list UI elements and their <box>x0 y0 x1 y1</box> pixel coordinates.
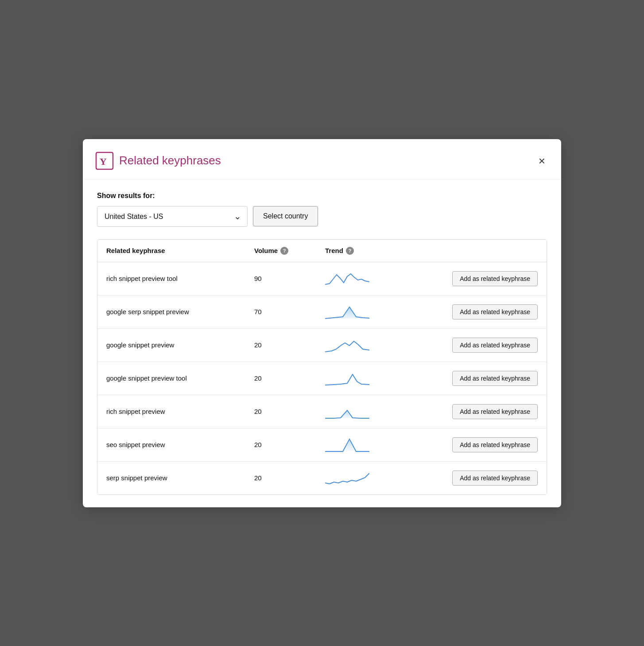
country-select-wrapper: United States - US ⌄ <box>97 206 248 227</box>
svg-marker-4 <box>325 410 369 418</box>
action-cell: Add as related keyphrase <box>431 404 538 419</box>
add-keyphrase-button[interactable]: Add as related keyphrase <box>452 304 538 319</box>
volume-cell: 20 <box>254 341 325 349</box>
table-row: rich snippet preview 20 <box>97 395 547 428</box>
table-row: google snippet preview 20 Add as related… <box>97 329 547 362</box>
keyphrase-cell: serp snippet preview <box>106 474 254 482</box>
action-cell: Add as related keyphrase <box>431 471 538 486</box>
trend-chart <box>325 337 369 354</box>
action-cell: Add as related keyphrase <box>431 437 538 452</box>
close-button[interactable]: × <box>537 153 547 168</box>
table-row: serp snippet preview 20 Add as related k… <box>97 462 547 494</box>
volume-cell: 20 <box>254 441 325 448</box>
modal-title: Related keyphrases <box>119 154 221 167</box>
country-select[interactable]: United States - US <box>97 206 248 227</box>
trend-chart <box>325 436 369 453</box>
trend-cell <box>325 436 431 453</box>
yoast-logo: Y <box>95 152 114 170</box>
related-keyphrases-modal: Y Related keyphrases × Show results for:… <box>83 139 561 507</box>
svg-text:Y: Y <box>100 156 107 167</box>
table-row: rich snippet preview tool 90 A <box>97 262 547 296</box>
table-header: Related keyphrase Volume ? Trend ? <box>97 240 547 262</box>
trend-cell <box>325 403 431 420</box>
action-cell: Add as related keyphrase <box>431 371 538 386</box>
add-keyphrase-button[interactable]: Add as related keyphrase <box>452 404 538 419</box>
col-header-keyphrase: Related keyphrase <box>106 247 254 255</box>
col-header-trend: Trend ? <box>325 247 431 255</box>
modal-body: Show results for: United States - US ⌄ S… <box>83 179 561 507</box>
volume-cell: 20 <box>254 374 325 382</box>
volume-cell: 20 <box>254 474 325 482</box>
add-keyphrase-button[interactable]: Add as related keyphrase <box>452 371 538 386</box>
volume-cell: 70 <box>254 308 325 315</box>
add-keyphrase-button[interactable]: Add as related keyphrase <box>452 271 538 286</box>
trend-chart <box>325 270 369 287</box>
show-results-label: Show results for: <box>97 192 547 200</box>
table-row: seo snippet preview 20 <box>97 428 547 462</box>
trend-cell <box>325 337 431 354</box>
svg-marker-3 <box>325 307 369 319</box>
add-keyphrase-button[interactable]: Add as related keyphrase <box>452 471 538 486</box>
trend-cell <box>325 370 431 387</box>
table-row: google serp snippet preview 70 <box>97 296 547 329</box>
trend-chart <box>325 304 369 320</box>
trend-cell <box>325 304 431 320</box>
filter-row: United States - US ⌄ Select country <box>97 206 547 227</box>
keyphrase-cell: google serp snippet preview <box>106 308 254 315</box>
table-row: google snippet preview tool 20 Add as re… <box>97 362 547 395</box>
svg-marker-5 <box>334 439 365 451</box>
keyphrase-cell: google snippet preview tool <box>106 374 254 382</box>
col-header-volume: Volume ? <box>254 247 325 255</box>
trend-help-icon[interactable]: ? <box>346 247 354 255</box>
action-cell: Add as related keyphrase <box>431 271 538 286</box>
col-header-action <box>431 247 538 255</box>
action-cell: Add as related keyphrase <box>431 338 538 353</box>
select-country-button[interactable]: Select country <box>253 206 318 226</box>
volume-cell: 90 <box>254 275 325 282</box>
trend-chart <box>325 403 369 420</box>
modal-title-row: Y Related keyphrases <box>95 152 221 170</box>
keyphrase-cell: seo snippet preview <box>106 441 254 448</box>
trend-cell <box>325 270 431 287</box>
volume-help-icon[interactable]: ? <box>280 247 288 255</box>
keyphrase-cell: google snippet preview <box>106 341 254 349</box>
action-cell: Add as related keyphrase <box>431 304 538 319</box>
keyphrase-cell: rich snippet preview tool <box>106 275 254 282</box>
keyphrases-table: Related keyphrase Volume ? Trend ? rich … <box>97 239 547 495</box>
trend-chart <box>325 470 369 486</box>
volume-cell: 20 <box>254 408 325 415</box>
trend-chart <box>325 370 369 387</box>
add-keyphrase-button[interactable]: Add as related keyphrase <box>452 437 538 452</box>
modal-header: Y Related keyphrases × <box>83 139 561 179</box>
add-keyphrase-button[interactable]: Add as related keyphrase <box>452 338 538 353</box>
trend-cell <box>325 470 431 486</box>
keyphrase-cell: rich snippet preview <box>106 408 254 415</box>
